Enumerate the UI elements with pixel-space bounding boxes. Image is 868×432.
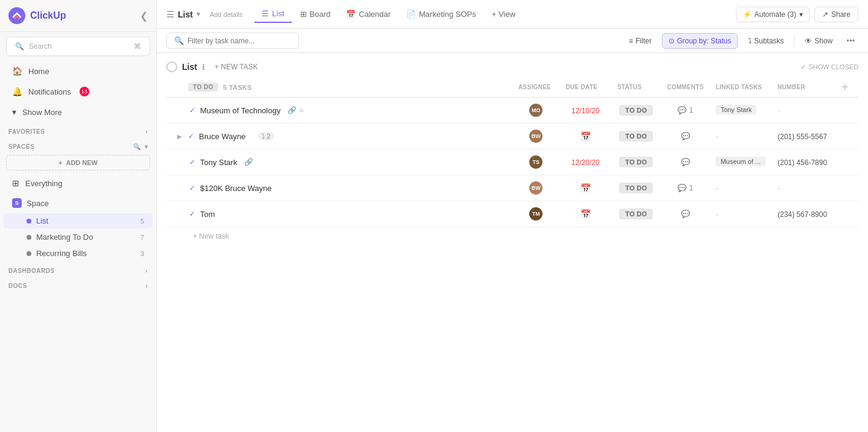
status-cell[interactable]: TO DO — [611, 175, 661, 201]
linked-dash: - — [715, 132, 718, 141]
task-name-text[interactable]: Tony Stark — [200, 158, 237, 167]
tab-marketing-sops-label: Marketing SOPs — [419, 10, 476, 19]
share-button[interactable]: ↗ Share — [814, 7, 858, 22]
task-check-icon[interactable]: ✓ — [189, 184, 195, 192]
show-closed-button[interactable]: ✓ SHOW CLOSED — [800, 63, 858, 71]
table-row[interactable]: ▶ ✓ Bruce Wayne ⤵ 2 BW 📅 TO DO 💬 - (201)… — [166, 124, 858, 149]
tab-list[interactable]: ☰ List — [254, 5, 291, 23]
automate-button[interactable]: ⚡ Automate (3) ▾ — [736, 7, 810, 22]
docs-section-header[interactable]: DOCS › — [0, 277, 156, 292]
number-cell: (201) 456-7890 — [772, 149, 835, 175]
sidebar-item-list[interactable]: List 5 — [4, 213, 153, 228]
marketing-dot — [27, 235, 31, 240]
main-content: ☰ List ▾ Add details ☰ List ⊞ Board 📅 Ca… — [157, 0, 868, 432]
tab-board[interactable]: ⊞ Board — [293, 6, 338, 22]
todo-label: TO DO — [188, 83, 218, 92]
list-info-icon[interactable]: ℹ — [202, 63, 205, 72]
space-dot: S — [12, 198, 22, 208]
add-field-cell — [835, 124, 858, 149]
nav-tabs: ☰ List ⊞ Board 📅 Calendar 📄 Marketing SO… — [254, 5, 523, 23]
filter-input-area[interactable]: 🔍 — [166, 33, 299, 49]
add-details-link[interactable]: Add details — [210, 11, 242, 18]
sidebar-item-marketing-to-do[interactable]: Marketing To Do 7 — [4, 230, 153, 245]
link-icon[interactable]: 🔗 — [244, 158, 253, 166]
sidebar-item-everything[interactable]: ⊞ Everything — [4, 174, 153, 193]
automate-label: Automate (3) — [755, 10, 796, 19]
add-new-button[interactable]: + ADD NEW — [6, 155, 150, 171]
filter-input[interactable] — [187, 37, 291, 45]
linked-dash: - — [715, 210, 718, 219]
spaces-search-icon[interactable]: 🔍 — [133, 143, 141, 150]
due-date: 12/20/20 — [571, 158, 600, 167]
avatar: TM — [528, 206, 544, 222]
due-date: 12/10/20 — [571, 107, 600, 115]
comment-area: 💬1 — [667, 184, 704, 192]
add-column-button[interactable]: + — [841, 81, 848, 93]
table-row[interactable]: ✓ $120K Bruce Wayne BW 📅 TO DO 💬1 - - — [166, 175, 858, 201]
task-name-text[interactable]: Bruce Wayne — [199, 132, 246, 141]
comments-cell: 💬1 — [661, 175, 710, 201]
sidebar-item-show-more[interactable]: ▾ Show More — [4, 102, 153, 122]
task-name-text[interactable]: Tom — [200, 210, 215, 219]
task-check-icon[interactable]: ✓ — [189, 210, 195, 218]
status-cell[interactable]: TO DO — [611, 201, 661, 227]
task-name-text[interactable]: $120K Bruce Wayne — [200, 184, 272, 193]
status-cell[interactable]: TO DO — [611, 98, 661, 124]
tab-add-view[interactable]: + View — [485, 6, 523, 22]
show-more-label: Show More — [22, 108, 62, 117]
dashboards-section-header[interactable]: DASHBOARDS › — [0, 261, 156, 277]
new-task-button[interactable]: + NEW TASK — [210, 60, 263, 74]
expand-arrow[interactable]: ▶ — [177, 133, 182, 140]
filter-button[interactable]: ≡ Filter — [622, 33, 658, 49]
spaces-chevron-icon[interactable]: ▾ — [145, 143, 148, 150]
th-add-column[interactable]: + — [835, 77, 858, 98]
linked-tasks-cell: - — [709, 175, 772, 201]
list-title-chevron[interactable]: ▾ — [197, 10, 200, 18]
sidebar-item-home[interactable]: 🏠 Home — [4, 61, 153, 81]
list-header-bar: List ℹ + NEW TASK ✓ SHOW CLOSED — [166, 53, 858, 77]
show-icon: 👁 — [805, 37, 812, 45]
status-badge: TO DO — [619, 208, 653, 219]
link-icon[interactable]: 🔗 — [288, 106, 297, 114]
notifications-label: Notifications — [28, 87, 71, 96]
sidebar-item-notifications[interactable]: 🔔 Notifications 13 — [4, 82, 153, 101]
show-button[interactable]: 👁 Show — [798, 33, 839, 49]
add-task-row[interactable]: + New task — [166, 227, 858, 245]
sidebar-item-recurring-bills[interactable]: Recurring Bills 3 — [4, 246, 153, 261]
task-check-icon[interactable]: ✓ — [188, 132, 194, 140]
comment-count: 1 — [689, 184, 693, 192]
status-cell[interactable]: TO DO — [611, 124, 661, 149]
task-name-text[interactable]: Museum of Technology — [200, 106, 280, 115]
assignee-cell: BW — [512, 175, 560, 201]
status-cell[interactable]: TO DO — [611, 149, 661, 175]
tab-marketing-sops[interactable]: 📄 Marketing SOPs — [399, 6, 483, 22]
home-label: Home — [28, 67, 49, 76]
collapse-sidebar-button[interactable]: ❮ — [140, 10, 148, 22]
list-icon[interactable]: ≡ — [299, 106, 303, 114]
avatar-group: BW — [518, 128, 554, 144]
task-check-icon[interactable]: ✓ — [189, 158, 195, 166]
more-options-button[interactable]: ••• — [843, 34, 858, 48]
search-bar[interactable]: 🔍 Search ⌘ — [6, 37, 150, 56]
table-row[interactable]: ✓ Tony Stark 🔗 TS 12/20/20 TO DO 💬 Museu… — [166, 149, 858, 175]
tab-calendar[interactable]: 📅 Calendar — [339, 6, 398, 22]
comment-icon: 💬 — [681, 158, 690, 166]
toolbar-separator — [794, 35, 794, 47]
list-dot — [27, 219, 31, 224]
favorites-section-header[interactable]: FAVORITES › — [0, 122, 156, 137]
group-by-icon: ⊙ — [668, 37, 675, 45]
table-row[interactable]: ✓ Tom TM 📅 TO DO 💬 - (234) 567-8900 — [166, 201, 858, 227]
task-check-icon[interactable]: ✓ — [189, 106, 195, 114]
clickup-logo-icon — [8, 7, 25, 24]
avatar-group: TM — [518, 206, 554, 222]
comment-area: 💬 — [667, 158, 704, 166]
spaces-section-header[interactable]: SPACES 🔍 ▾ — [0, 137, 156, 152]
subtasks-button[interactable]: ⤵ Subtasks — [741, 33, 790, 49]
group-by-button[interactable]: ⊙ Group by: Status — [662, 33, 738, 49]
subtask-count[interactable]: ⤵ 2 — [258, 132, 274, 140]
list-icon: ☰ — [166, 10, 174, 19]
table-row[interactable]: ✓ Museum of Technology 🔗≡ MO 12/10/20 TO… — [166, 98, 858, 124]
list-check-circle[interactable] — [166, 61, 177, 72]
sidebar-item-space[interactable]: S Space — [4, 194, 153, 212]
sidebar: ClickUp ❮ 🔍 Search ⌘ 🏠 Home 🔔 Notificati… — [0, 0, 157, 432]
